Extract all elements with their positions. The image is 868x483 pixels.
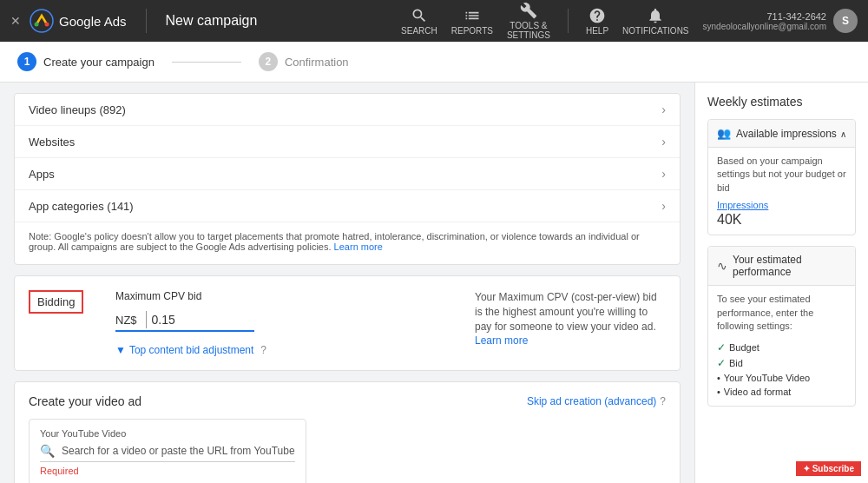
impressions-desc: Based on your campaign settings but not … [717, 155, 846, 195]
notifications-label: NOTIFICATIONS [622, 26, 688, 36]
ads-icon [30, 9, 54, 33]
performance-body: To see your estimated performance, enter… [708, 286, 855, 406]
video-ad-section: Create your video ad Skip ad creation (a… [14, 381, 681, 483]
impressions-card-body: Based on your campaign settings but not … [708, 148, 855, 235]
main-layout: Video lineups (892) Websites Apps App ca… [0, 83, 868, 483]
youtube-input[interactable]: Search for a video or paste the URL from… [62, 445, 295, 457]
chevron-video-lineups [661, 103, 666, 116]
step-1-label: Create your campaign [43, 56, 155, 69]
nav-help[interactable]: HELP [586, 7, 608, 36]
content-area: Video lineups (892) Websites Apps App ca… [0, 83, 694, 483]
perf-item-budget: ✓ Budget [717, 340, 846, 355]
perf-item-youtube-video: • Your YouTube Video [717, 371, 846, 385]
check-bid: ✓ [717, 357, 726, 369]
placement-label-websites: Websites [29, 136, 75, 149]
bullet-format: • [717, 387, 720, 397]
help-label: HELP [586, 26, 608, 36]
impressions-value: 40K [717, 212, 846, 228]
campaign-title: New campaign [166, 13, 258, 29]
impressions-collapse-icon[interactable] [840, 127, 846, 140]
placements-card: Video lineups (892) Websites Apps App ca… [14, 93, 681, 265]
bullet-youtube: • [717, 373, 720, 383]
placement-list: Video lineups (892) Websites Apps App ca… [15, 94, 680, 222]
chevron-apps [661, 167, 666, 181]
step-2: 2 Confirmation [259, 52, 349, 71]
video-ad-header: Create your video ad Skip ad creation (a… [29, 394, 666, 408]
nav-tools[interactable]: TOOLS &SETTINGS [507, 2, 550, 40]
sidebar-title: Weekly estimates [707, 95, 856, 109]
top-navigation: ✕ Google Ads New campaign SEARCH REPORTS [0, 0, 868, 42]
user-avatar[interactable]: S [833, 9, 858, 33]
user-phone: 711-342-2642 [703, 11, 826, 22]
skip-ad-link[interactable]: Skip ad creation (advanced) ? [527, 395, 666, 407]
nav-notifications[interactable]: NOTIFICATIONS [622, 7, 688, 36]
placements-note: Note: Google's policy doesn't allow you … [15, 222, 680, 264]
chevron-websites [661, 135, 666, 149]
placement-item-apps[interactable]: Apps [15, 158, 680, 190]
steps-bar: 1 Create your campaign 2 Confirmation [0, 42, 868, 83]
placement-label-video-lineups: Video lineups (892) [29, 103, 126, 116]
placement-item-websites[interactable]: Websites [15, 126, 680, 158]
nav-icon-group: SEARCH REPORTS TOOLS &SETTINGS HELP NOTI… [401, 2, 688, 40]
bid-label: Maximum CPV bid [115, 290, 457, 302]
search-label: SEARCH [401, 26, 437, 36]
svg-point-2 [45, 23, 49, 27]
tools-label: TOOLS &SETTINGS [507, 21, 550, 40]
performance-card: ∿ Your estimated performance To see your… [707, 246, 856, 407]
placement-label-apps: Apps [29, 168, 55, 181]
video-ad-title: Create your video ad [29, 394, 141, 408]
nav-left: ✕ Google Ads New campaign [10, 9, 401, 33]
step-2-label: Confirmation [285, 56, 349, 69]
user-info[interactable]: 711-342-2642 syndeolocallyonline@gmail.c… [703, 9, 858, 33]
performance-header: ∿ Your estimated performance [708, 247, 855, 286]
bid-separator [146, 311, 147, 328]
bidding-inner: Bidding Maximum CPV bid NZ$ 0.15 ▼ Top c… [29, 290, 666, 356]
placement-label-app-categories: App categories (141) [29, 200, 134, 213]
required-text: Required [40, 466, 295, 476]
check-budget: ✓ [717, 341, 726, 354]
impressions-card: 👥 Available impressions Based on your ca… [707, 119, 856, 235]
bid-input-row[interactable]: NZ$ 0.15 [115, 309, 254, 332]
bidding-title-box: Bidding [29, 290, 98, 314]
svg-point-1 [35, 23, 39, 27]
bidding-help-link[interactable]: Learn more [475, 334, 528, 347]
top-content-help-icon[interactable]: ? [260, 344, 266, 356]
perf-item-video-format: • Video ad format [717, 385, 846, 399]
youtube-search[interactable]: 🔍 Search for a video or paste the URL fr… [40, 444, 295, 462]
chevron-app-categories [661, 199, 666, 213]
google-ads-logo: ✕ Google Ads [10, 9, 127, 33]
perf-item-bid: ✓ Bid [717, 355, 846, 371]
placement-item-video-lineups[interactable]: Video lineups (892) [15, 94, 680, 126]
nav-divider [146, 9, 147, 33]
step-1: 1 Create your campaign [17, 52, 155, 71]
youtube-search-icon: 🔍 [40, 444, 55, 458]
top-content-bid-link[interactable]: ▼ Top content bid adjustment ? [115, 344, 457, 356]
skip-help-icon: ? [660, 395, 666, 407]
performance-desc: To see your estimated performance, enter… [717, 293, 846, 333]
impressions-card-header: 👥 Available impressions [708, 120, 855, 148]
nav-search[interactable]: SEARCH [401, 7, 437, 36]
tilde-icon: ∿ [717, 259, 727, 273]
bidding-title: Bidding [29, 290, 83, 314]
youtube-label: Your YouTube Video [40, 428, 295, 439]
bidding-card: Bidding Maximum CPV bid NZ$ 0.15 ▼ Top c… [14, 275, 681, 371]
impressions-label: Impressions [717, 200, 846, 210]
impressions-card-title: 👥 Available impressions [717, 127, 837, 140]
bid-value: 0.15 [152, 313, 175, 327]
placements-note-link[interactable]: Learn more [334, 242, 383, 252]
nav-reports[interactable]: REPORTS [451, 7, 493, 36]
bidding-footer: ▼ Top content bid adjustment ? [115, 344, 457, 356]
reports-label: REPORTS [451, 26, 493, 36]
people-icon: 👥 [717, 127, 731, 140]
subscribe-badge[interactable]: ✦ Subscribe [796, 461, 861, 476]
step-2-number: 2 [259, 52, 278, 71]
step-1-number: 1 [17, 52, 36, 71]
product-name: Google Ads [59, 14, 127, 29]
placement-item-app-categories[interactable]: App categories (141) [15, 190, 680, 222]
sidebar: Weekly estimates 👥 Available impressions… [694, 83, 868, 483]
performance-list: ✓ Budget ✓ Bid • Your YouTube Video • Vi… [717, 340, 846, 399]
close-icon[interactable]: ✕ [10, 14, 21, 28]
nav-right: SEARCH REPORTS TOOLS &SETTINGS HELP NOTI… [401, 2, 858, 40]
user-email: syndeolocallyonline@gmail.com [703, 22, 826, 31]
bidding-form: Maximum CPV bid NZ$ 0.15 ▼ Top content b… [115, 290, 457, 356]
